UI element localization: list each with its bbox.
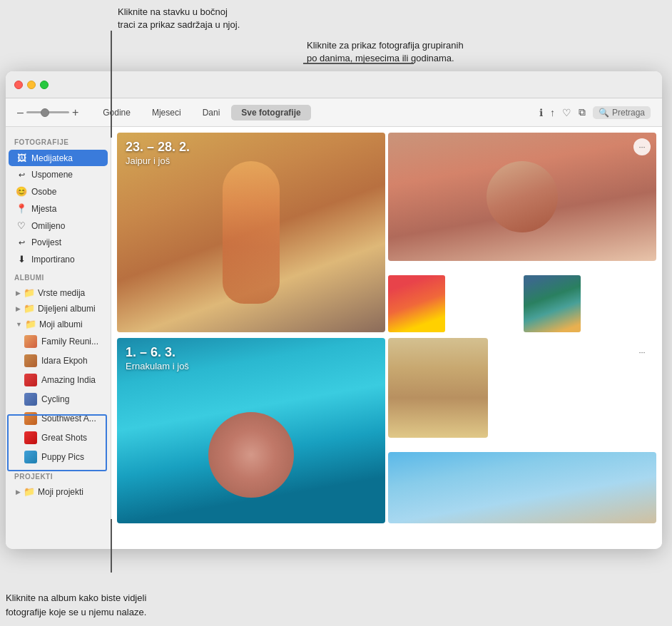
sidebar-item-shared[interactable]: ▶ 📁 Dijeljeni albumi	[9, 301, 108, 316]
photo-date-2: 1. – 6. 3.	[126, 345, 189, 361]
more-button-1[interactable]: ···	[633, 138, 651, 155]
photo-ernakulam-main[interactable]: 1. – 6. 3. Ernakulam i još	[117, 338, 385, 523]
annotation-bottom: Kliknite na album kako biste vidjeli fot…	[6, 578, 146, 620]
toolbar-actions: ℹ ↑ ♡ ⧉ 🔍 Pretraga	[539, 106, 651, 119]
album-thumb-idara	[24, 354, 37, 367]
toolbar: – + Godine Mjeseci Dani Sve fotografije …	[6, 98, 662, 127]
favorite-icon[interactable]: ♡	[562, 107, 571, 118]
zoom-thumb[interactable]	[41, 108, 49, 117]
main-content: Fotografije 🖼 Medijateka ↩ Uspomene 😊 Os…	[6, 127, 662, 549]
photo-jaipur-portrait[interactable]	[388, 133, 656, 261]
minimize-button[interactable]	[27, 81, 36, 89]
people-icon: 😊	[16, 186, 27, 197]
photo-jaipur-door[interactable]	[524, 275, 581, 332]
sidebar-item-family-reunion[interactable]: Family Reuni...	[9, 332, 108, 351]
photo-desert-sky[interactable]	[388, 452, 656, 523]
projects-icon: 📁	[24, 486, 35, 497]
tab-mjeseci[interactable]: Mjeseci	[142, 105, 191, 120]
sidebar-item-cycling-label: Cycling	[41, 394, 101, 404]
photo-date-1: 23. – 28. 2.	[126, 140, 190, 155]
shared-icon: 📁	[24, 303, 35, 314]
sidebar-item-amazing-india[interactable]: Amazing India	[9, 371, 108, 389]
share-icon[interactable]: ↑	[550, 107, 555, 118]
photo-group-label-1: 23. – 28. 2. Jaipur i još	[126, 140, 190, 166]
sidebar-item-library[interactable]: 🖼 Medijateka	[9, 150, 108, 166]
sidebar-section-projects: Projekti	[6, 467, 111, 483]
callout-line-sidebar	[111, 31, 112, 138]
photo-group-jaipur: 23. – 28. 2. Jaipur i još	[117, 133, 656, 332]
tab-sve-fotografije[interactable]: Sve fotografije	[231, 105, 310, 120]
sidebar-section-albums: Albumi	[6, 268, 111, 284]
sidebar-item-southwest[interactable]: Southwest A...	[9, 409, 108, 428]
search-label: Pretraga	[612, 108, 645, 118]
sidebar-item-cycling[interactable]: Cycling	[9, 390, 108, 409]
info-icon[interactable]: ℹ	[539, 107, 543, 118]
photo-side-jaipur: ···	[388, 133, 656, 332]
zoom-slider[interactable]: – +	[17, 107, 78, 118]
expand-arrow-shared: ▶	[16, 305, 21, 312]
album-thumb-cycling	[24, 393, 37, 406]
favorites-icon: ♡	[16, 220, 27, 231]
rotate-icon[interactable]: ⧉	[579, 106, 586, 118]
tab-dani[interactable]: Dani	[193, 105, 230, 120]
sidebar-item-my-albums[interactable]: ▼ 📁 Moji albumi	[9, 317, 108, 332]
photo-side-bottom-jaipur	[388, 275, 656, 332]
sidebar: Fotografije 🖼 Medijateka ↩ Uspomene 😊 Os…	[6, 127, 111, 549]
my-albums-icon: 📁	[25, 319, 36, 329]
photo-side-ernakulam: ···	[388, 338, 656, 523]
annotation-top-right: Kliknite za prikaz fotografija grupirani…	[307, 39, 464, 65]
view-tabs: Godine Mjeseci Dani Sve fotografije	[93, 105, 310, 120]
close-button[interactable]	[14, 81, 23, 89]
library-icon: 🖼	[16, 153, 27, 163]
sidebar-item-history[interactable]: ↩ Povijest	[9, 235, 108, 250]
sidebar-item-family-reunion-label: Family Reuni...	[41, 337, 101, 347]
sidebar-item-favorites[interactable]: ♡ Omiljeno	[9, 217, 108, 234]
album-thumb-amazing-india	[24, 374, 37, 386]
sidebar-item-my-albums-label: Moji albumi	[39, 319, 101, 329]
sidebar-item-places-label: Mjesta	[31, 204, 101, 214]
sidebar-item-memories[interactable]: ↩ Uspomene	[9, 167, 108, 183]
photo-area[interactable]: 23. – 28. 2. Jaipur i još	[111, 127, 662, 549]
photo-jaipur-main[interactable]: 23. – 28. 2. Jaipur i još	[117, 133, 385, 332]
sidebar-item-imported[interactable]: ⬇ Importirano	[9, 251, 108, 267]
sidebar-item-places[interactable]: 📍 Mjesta	[9, 200, 108, 217]
search-icon: 🔍	[599, 108, 609, 118]
photo-desert-wrapper: ···	[388, 338, 656, 446]
expand-arrow-media-types: ▶	[16, 289, 21, 297]
photo-desert-man[interactable]	[388, 338, 488, 438]
album-thumb-great-shots	[24, 431, 37, 444]
sidebar-item-media-types[interactable]: ▶ 📁 Vrste medija	[9, 285, 108, 300]
expand-arrow-my-albums: ▼	[16, 321, 22, 328]
search-box[interactable]: 🔍 Pretraga	[593, 106, 651, 119]
callout-line-tabs	[303, 63, 414, 64]
sidebar-item-idara-ekpoh[interactable]: Idara Ekpoh	[9, 352, 108, 370]
sidebar-item-great-shots[interactable]: Great Shots	[9, 429, 108, 447]
sidebar-item-great-shots-label: Great Shots	[41, 433, 101, 443]
photo-jaipur-man[interactable]	[388, 275, 445, 332]
sidebar-item-southwest-label: Southwest A...	[41, 414, 101, 424]
fullscreen-button[interactable]	[40, 81, 49, 89]
zoom-minus-icon[interactable]: –	[17, 107, 24, 118]
sidebar-item-people-label: Osobe	[31, 187, 101, 197]
places-icon: 📍	[16, 203, 27, 214]
titlebar	[6, 71, 662, 98]
tab-godine[interactable]: Godine	[93, 105, 141, 120]
zoom-plus-icon[interactable]: +	[72, 107, 78, 118]
traffic-lights	[14, 81, 49, 89]
more-button-2[interactable]: ···	[633, 344, 651, 361]
photo-location-2: Ernakulam i još	[126, 361, 189, 371]
main-window: – + Godine Mjeseci Dani Sve fotografije …	[6, 71, 662, 549]
sidebar-item-my-projects[interactable]: ▶ 📁 Moji projekti	[9, 484, 108, 499]
zoom-track	[26, 111, 69, 113]
expand-arrow-projects: ▶	[16, 488, 21, 496]
memories-icon: ↩	[16, 170, 27, 180]
sidebar-item-people[interactable]: 😊 Osobe	[9, 183, 108, 200]
sidebar-item-puppy-pics[interactable]: Puppy Pics	[9, 448, 108, 466]
folder-icon: 📁	[24, 287, 35, 298]
album-thumb-family-reunion	[24, 335, 37, 348]
sidebar-item-imported-label: Importirano	[31, 255, 101, 265]
sidebar-section-photos: Fotografije	[6, 133, 111, 149]
sidebar-item-idara-label: Idara Ekpoh	[41, 356, 101, 366]
history-icon: ↩	[16, 238, 27, 247]
photo-location-1: Jaipur i još	[126, 155, 190, 166]
